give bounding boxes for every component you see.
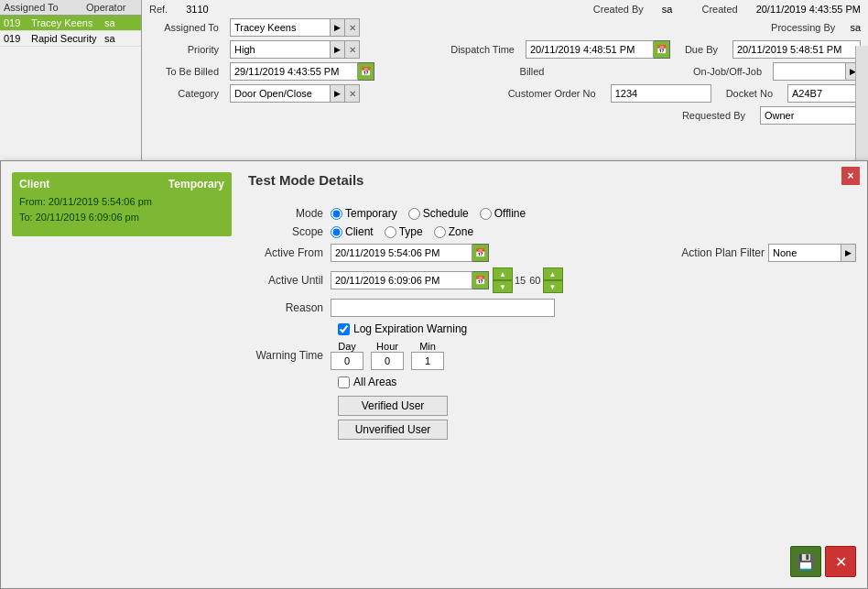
on-off-job-input[interactable] [773,62,846,81]
created-label: Created [701,4,741,15]
all-areas-checkbox[interactable] [338,376,350,388]
mode-radio-group: Temporary Schedule Offline [331,207,526,220]
category-field[interactable]: ▶ ✕ [230,84,360,103]
min-col: Min [411,341,444,370]
scope-zone-radio[interactable] [434,226,446,238]
priority-input[interactable] [230,40,331,59]
row-year: 019 [4,17,31,28]
dispatch-time-input[interactable] [526,40,654,59]
docket-no-label: Docket No [726,88,776,99]
requested-by-input[interactable] [760,106,861,125]
billed-label: Billed [520,66,548,77]
client-card-type: Temporary [168,178,224,191]
mode-offline[interactable]: Offline [480,207,526,220]
on-off-job-field[interactable]: ▶ [773,62,861,81]
day-col: Day [331,341,363,370]
mode-offline-radio[interactable] [480,208,492,220]
active-until-calendar[interactable]: 📅 [472,271,489,289]
scope-client-radio[interactable] [331,226,342,238]
priority-clear[interactable]: ✕ [345,40,360,59]
created-by-value: sa [662,4,673,15]
log-expiration-checkbox[interactable] [338,323,350,335]
created-by-label: Created By [593,4,647,15]
priority-field[interactable]: ▶ ✕ [230,40,360,59]
action-plan-filter-arrow[interactable]: ▶ [841,244,856,262]
client-card: Client Temporary From: 20/11/2019 5:54:0… [12,172,232,236]
row-op: sa [104,17,115,28]
scope-client[interactable]: Client [331,225,374,238]
due-by-input[interactable] [732,40,861,59]
active-until-input[interactable] [331,271,472,289]
reason-row: Reason [248,299,856,317]
mode-temporary[interactable]: Temporary [331,207,397,220]
assigned-to-clear[interactable]: ✕ [345,18,360,37]
reason-input[interactable] [331,299,555,317]
cancel-icon: ✕ [835,553,847,571]
docket-no-input[interactable] [787,84,861,103]
dispatch-time-calendar[interactable]: 📅 [654,40,670,59]
action-plan-filter-input[interactable] [768,244,841,262]
save-icon: 💾 [797,553,815,571]
action-plan-filter-select[interactable]: ▶ [768,244,856,262]
hour-col: Hour [371,341,404,370]
assigned-to-arrow[interactable]: ▶ [331,18,345,37]
category-label: Category [149,88,222,99]
requested-by-label: Requested By [682,110,749,121]
dispatch-time-label: Dispatch Time [450,44,518,55]
due-by-label: Due By [685,44,722,55]
assigned-to-label: Assigned To [149,22,222,33]
priority-arrow[interactable]: ▶ [331,40,345,59]
log-expiration-label: Log Expiration Warning [353,322,467,335]
list-item[interactable]: 019 Tracey Keens sa [0,16,141,31]
to-be-billed-calendar[interactable]: 📅 [358,62,374,81]
all-areas-row: All Areas [338,376,856,388]
min-input[interactable] [411,352,444,370]
ref-label: Ref. [149,4,171,15]
to-be-billed-input[interactable] [230,62,358,81]
scope-type[interactable]: Type [385,225,423,238]
save-button[interactable]: 💾 [790,546,821,577]
scope-type-radio[interactable] [385,226,396,238]
customer-order-no-input[interactable] [611,84,711,103]
category-input[interactable] [230,84,331,103]
client-card-from: From: 20/11/2019 5:54:06 pm [19,194,224,210]
mode-temporary-label: Temporary [345,207,397,220]
created-value: 20/11/2019 4:43:55 PM [756,4,861,15]
active-until-field[interactable]: 📅 [331,271,489,289]
step-15-up[interactable]: ▲ [493,267,513,280]
step-60-up[interactable]: ▲ [543,267,563,280]
hour-input[interactable] [371,352,404,370]
warning-time-row: Warning Time Day Hour Min [248,341,856,370]
dispatch-time-field[interactable]: 📅 [526,40,670,59]
step-15-down[interactable]: ▼ [493,280,513,293]
list-item[interactable]: 019 Rapid Security sa [0,31,141,47]
assigned-to-field[interactable]: ▶ ✕ [230,18,360,37]
dialog-content: Mode Temporary Schedule Offline [248,207,856,443]
unverified-user-button[interactable]: Unverified User [338,420,448,440]
category-clear[interactable]: ✕ [345,84,360,103]
action-plan-filter-label: Action Plan Filter [681,246,765,259]
log-expiration-row: Log Expiration Warning [338,322,856,335]
day-input[interactable] [331,352,363,370]
mode-temporary-radio[interactable] [331,208,342,220]
mode-schedule-radio[interactable] [408,208,420,220]
step-15-label: 15 [515,275,526,286]
active-from-calendar[interactable]: 📅 [472,244,489,262]
step-60-down[interactable]: ▼ [543,280,563,293]
verified-user-button[interactable]: Verified User [338,396,448,416]
active-from-input[interactable] [331,244,472,262]
assigned-to-input[interactable] [230,18,331,37]
cancel-button[interactable]: ✕ [825,546,856,577]
dialog-close-button[interactable]: × [841,167,860,185]
day-label: Day [338,341,356,352]
on-off-job-label: On-Job/Off-Job [693,66,765,77]
scope-client-label: Client [345,225,374,238]
active-from-field[interactable]: 📅 [331,244,489,262]
category-arrow[interactable]: ▶ [331,84,345,103]
client-card-label: Client [19,178,49,191]
mode-schedule[interactable]: Schedule [408,207,469,220]
mode-schedule-label: Schedule [423,207,469,220]
to-be-billed-field[interactable]: 📅 [230,62,374,81]
mode-offline-label: Offline [494,207,526,220]
scope-zone[interactable]: Zone [434,225,473,238]
